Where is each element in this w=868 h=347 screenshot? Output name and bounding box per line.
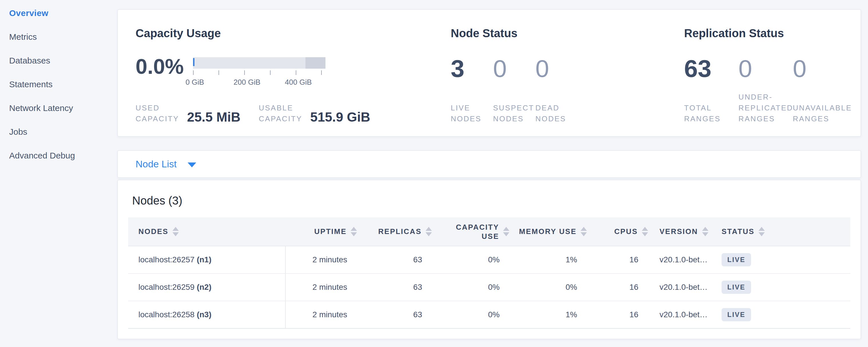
memory-use-cell: 0% — [509, 274, 587, 301]
column-label: VERSION — [659, 227, 698, 236]
usable-capacity-label: USABLE CAPACITY — [259, 102, 302, 124]
status-cell: LIVE — [710, 274, 850, 301]
unavailable-ranges-value: 0 — [793, 56, 847, 81]
nodes-table: NODES UPTIME REPLICAS CAPACITY USE MEMOR… — [128, 217, 850, 329]
sidebar-item-network-latency[interactable]: Network Latency — [9, 102, 117, 114]
live-nodes-value: 3 — [451, 56, 493, 81]
table-row[interactable]: localhost:26258 (n3) 2 minutes 63 0% 1% … — [128, 301, 850, 328]
gauge-tick — [321, 70, 322, 75]
capacity-gauge-bar — [193, 57, 326, 69]
dead-nodes-stat: 0 DEAD NODES — [535, 56, 578, 124]
capacity-use-cell: 0% — [432, 246, 509, 274]
version-cell: v20.1.0-bet… — [648, 301, 710, 328]
cpus-cell: 16 — [587, 301, 648, 328]
sort-icon — [426, 227, 432, 236]
column-header-status[interactable]: STATUS — [710, 217, 850, 246]
unavailable-ranges-stat: 0 UNAVAILABLE RANGES — [793, 56, 847, 124]
cpus-cell: 16 — [587, 246, 648, 274]
total-ranges-value: 63 — [684, 56, 739, 81]
column-label: CAPACITY USE — [453, 223, 499, 241]
chevron-down-icon — [188, 162, 196, 167]
dead-nodes-label: DEAD NODES — [535, 102, 578, 124]
column-header-nodes[interactable]: NODES — [128, 217, 285, 246]
node-address-cell: localhost:26257 (n1) — [128, 246, 285, 274]
capacity-use-cell: 0% — [432, 274, 509, 301]
node-address: localhost:26259 — [138, 283, 194, 291]
sidebar-item-jobs[interactable]: Jobs — [9, 126, 117, 137]
total-ranges-label: TOTAL RANGES — [684, 102, 739, 124]
used-capacity-stat: USED CAPACITY 25.5 MiB — [135, 102, 241, 124]
capacity-used-percent: 0.0% — [135, 56, 184, 87]
gauge-tick — [193, 70, 194, 75]
gauge-axis-label: 400 GiB — [285, 78, 312, 87]
replication-status-section: Replication Status 63 TOTAL RANGES 0 UND… — [684, 26, 849, 124]
status-cell: LIVE — [710, 246, 850, 274]
gauge-tick — [218, 70, 219, 75]
column-label: UPTIME — [314, 227, 347, 236]
node-address: localhost:26258 — [138, 310, 194, 319]
replicas-cell: 63 — [357, 274, 432, 301]
node-address-cell: localhost:26259 (n2) — [128, 274, 285, 301]
uptime-cell: 2 minutes — [285, 301, 357, 328]
column-header-version[interactable]: VERSION — [648, 217, 710, 246]
suspect-nodes-stat: 0 SUSPECT NODES — [493, 56, 535, 124]
node-id: (n1) — [197, 255, 211, 264]
status-badge: LIVE — [721, 308, 751, 321]
used-capacity-value: 25.5 MiB — [187, 111, 241, 124]
capacity-use-cell: 0% — [432, 301, 509, 328]
gauge-dark-segment — [305, 57, 326, 69]
version-cell: v20.1.0-bet… — [648, 274, 710, 301]
node-id: (n3) — [197, 310, 211, 319]
live-nodes-label: LIVE NODES — [451, 102, 493, 124]
status-cell: LIVE — [710, 301, 850, 328]
column-header-replicas[interactable]: REPLICAS — [357, 217, 432, 246]
node-status-section: Node Status 3 LIVE NODES 0 SUSPECT NODES… — [451, 26, 684, 124]
sidebar: Overview Metrics Databases Statements Ne… — [0, 0, 117, 347]
gauge-used-indicator — [193, 58, 194, 66]
sort-icon — [581, 227, 587, 236]
capacity-gauge: 0 GiB200 GiB400 GiB — [193, 57, 326, 87]
column-label: STATUS — [721, 227, 754, 236]
uptime-cell: 2 minutes — [285, 246, 357, 274]
total-ranges-stat: 63 TOTAL RANGES — [684, 56, 739, 124]
sort-icon — [503, 227, 509, 236]
under-replicated-ranges-stat: 0 UNDER- REPLICATED RANGES — [739, 56, 793, 124]
live-nodes-stat: 3 LIVE NODES — [451, 56, 493, 124]
column-header-cpus[interactable]: CPUS — [587, 217, 648, 246]
node-status-title: Node Status — [451, 26, 684, 40]
usable-capacity-stat: USABLE CAPACITY 515.9 GiB — [259, 102, 370, 124]
column-header-capacity-use[interactable]: CAPACITY USE — [432, 217, 509, 246]
column-label: NODES — [138, 227, 168, 236]
node-list-selector-label: Node List — [135, 158, 177, 170]
column-header-memory-use[interactable]: MEMORY USE — [509, 217, 587, 246]
column-header-uptime[interactable]: UPTIME — [285, 217, 357, 246]
sidebar-item-metrics[interactable]: Metrics — [9, 31, 117, 43]
gauge-ticks — [193, 70, 326, 75]
memory-use-cell: 1% — [509, 246, 587, 274]
sidebar-item-statements[interactable]: Statements — [9, 79, 117, 90]
sidebar-item-databases[interactable]: Databases — [9, 55, 117, 66]
main-content: Capacity Usage 0.0% 0 GiB200 GiB400 GiB … — [117, 0, 861, 339]
table-row[interactable]: localhost:26259 (n2) 2 minutes 63 0% 0% … — [128, 274, 850, 301]
table-header-row: NODES UPTIME REPLICAS CAPACITY USE MEMOR… — [128, 217, 850, 246]
memory-use-cell: 1% — [509, 301, 587, 328]
cluster-summary-card: Capacity Usage 0.0% 0 GiB200 GiB400 GiB … — [117, 9, 861, 137]
sidebar-item-overview[interactable]: Overview — [9, 7, 117, 19]
column-label: REPLICAS — [378, 227, 422, 236]
suspect-nodes-label: SUSPECT NODES — [493, 102, 535, 124]
under-replicated-ranges-value: 0 — [739, 56, 793, 81]
table-row[interactable]: localhost:26257 (n1) 2 minutes 63 0% 1% … — [128, 246, 850, 274]
dead-nodes-value: 0 — [535, 56, 578, 81]
gauge-axis-labels: 0 GiB200 GiB400 GiB — [193, 78, 326, 87]
replicas-cell: 63 — [357, 246, 432, 274]
capacity-usage-section: Capacity Usage 0.0% 0 GiB200 GiB400 GiB … — [135, 26, 451, 124]
gauge-axis-label: 0 GiB — [186, 78, 204, 87]
sort-icon — [702, 227, 708, 236]
node-id: (n2) — [197, 283, 211, 291]
replication-status-title: Replication Status — [684, 26, 849, 40]
uptime-cell: 2 minutes — [285, 274, 357, 301]
sidebar-item-advanced-debug[interactable]: Advanced Debug — [9, 150, 117, 161]
gauge-axis-label: 200 GiB — [234, 78, 260, 87]
node-list-selector[interactable]: Node List — [135, 158, 196, 170]
status-badge: LIVE — [721, 281, 751, 294]
